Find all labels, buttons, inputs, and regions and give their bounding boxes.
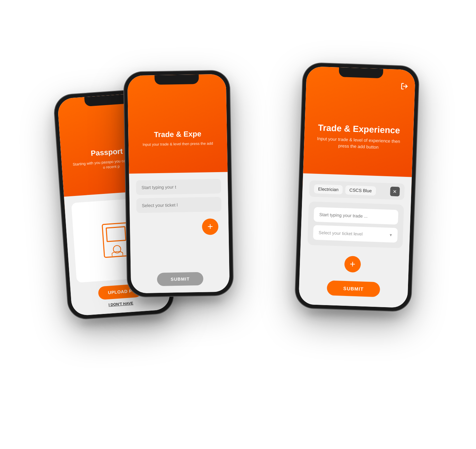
ticket-placeholder-text: Select your ticket level	[319, 230, 363, 237]
submit-button-front[interactable]: SUBMIT	[327, 280, 380, 297]
trade-front-title: Trade & Experience	[318, 122, 400, 136]
add-button-middle[interactable]: +	[202, 218, 219, 235]
add-button-row: +	[306, 251, 402, 278]
trade-input-front[interactable]	[313, 207, 398, 225]
passport-title: Passport V	[90, 146, 130, 158]
notch-2	[154, 74, 199, 85]
no-passport-link[interactable]: I DON'T HAVE	[108, 301, 133, 307]
add-button-front[interactable]: +	[344, 256, 361, 273]
ticket-select-row[interactable]: Select your ticket level ▾	[313, 225, 398, 243]
logout-icon[interactable]	[401, 82, 408, 92]
trade-middle-content: + SUBMIT	[129, 172, 230, 293]
submit-button-middle[interactable]: SUBMIT	[157, 272, 204, 286]
tag-close-button[interactable]: ✕	[390, 186, 400, 196]
input-card: Select your ticket level ▾	[307, 201, 404, 248]
trade-middle-header: Trade & Expe Input your trade & level th…	[127, 74, 228, 189]
trade-input-middle[interactable]	[136, 179, 221, 195]
tag-cscs: CSCS Blue	[345, 185, 376, 195]
trade-front-subtitle: Input your trade & level of experience t…	[304, 135, 413, 152]
phone-trade-front-screen: Trade & Experience Input your trade & le…	[299, 66, 415, 308]
chevron-down-icon: ▾	[390, 232, 392, 237]
tag-electrician: Electrician	[314, 184, 343, 194]
phone-trade-middle-screen: Trade & Expe Input your trade & level th…	[127, 74, 230, 294]
reflection-1	[80, 313, 164, 329]
tags-row: Electrician CSCS Blue ✕	[309, 180, 405, 200]
phone-trade-front: Trade & Experience Input your trade & le…	[295, 63, 419, 311]
phone-trade-middle: Trade & Expe Input your trade & level th…	[124, 70, 233, 297]
trade-middle-title: Trade & Expe	[154, 130, 202, 139]
trade-front-content: Electrician CSCS Blue ✕ Select your tick…	[299, 173, 412, 308]
reflection-3	[306, 308, 399, 321]
person-icon	[113, 245, 121, 253]
ticket-input-middle[interactable]	[136, 197, 222, 213]
scene: Passport V Starting with you passpo you …	[51, 37, 425, 412]
trade-middle-subtitle: Input your trade & level then press the …	[136, 141, 220, 148]
notch-3	[339, 67, 383, 79]
